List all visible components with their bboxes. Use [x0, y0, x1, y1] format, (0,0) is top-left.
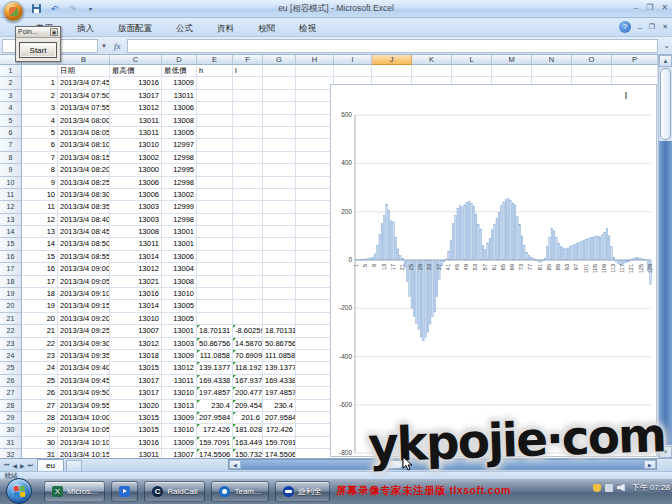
cell-F18[interactable] — [233, 276, 263, 288]
cell-F21[interactable] — [233, 313, 263, 325]
cell-B12[interactable]: 2013/3/4 08:35 — [58, 201, 110, 213]
cell-H1[interactable] — [296, 65, 334, 77]
row-header-4[interactable]: 4 — [0, 102, 22, 114]
row-header-25[interactable]: 25 — [0, 362, 22, 374]
cell-G11[interactable] — [263, 189, 296, 201]
cell-B2[interactable]: 2013/3/4 07:45 — [58, 77, 110, 89]
cell-E16[interactable] — [197, 251, 233, 263]
cell-D19[interactable]: 13010 — [162, 288, 197, 300]
row-header-30[interactable]: 30 — [0, 424, 22, 436]
cell-F10[interactable] — [233, 177, 263, 189]
cell-G14[interactable] — [263, 226, 296, 238]
cell-E17[interactable] — [197, 263, 233, 275]
cell-C21[interactable]: 13010 — [110, 313, 162, 325]
cell-B23[interactable]: 2013/3/4 09:30 — [58, 338, 110, 350]
cell-G9[interactable] — [263, 164, 296, 176]
row-header-24[interactable]: 24 — [0, 350, 22, 362]
vertical-scrollbar-thumb[interactable] — [660, 68, 671, 140]
cell-H19[interactable] — [296, 288, 334, 300]
cell-B30[interactable]: 2013/3/4 10:05 — [58, 424, 110, 436]
cell-A30[interactable]: 29 — [22, 424, 58, 436]
cell-C22[interactable]: 13007 — [110, 325, 162, 337]
cell-A10[interactable]: 9 — [22, 177, 58, 189]
formula-input[interactable] — [127, 39, 659, 53]
cell-D20[interactable]: 13005 — [162, 300, 197, 312]
cell-A6[interactable]: 5 — [22, 127, 58, 139]
cell-H9[interactable] — [296, 164, 334, 176]
cell-E9[interactable] — [197, 164, 233, 176]
cell-D29[interactable]: 13009 — [162, 412, 197, 424]
cell-E1[interactable]: h — [197, 65, 233, 77]
next-sheet-icon[interactable]: ▶ — [20, 462, 25, 469]
column-header-N[interactable]: N — [532, 55, 572, 65]
cell-H24[interactable] — [296, 350, 334, 362]
cell-F25[interactable]: 118.1923 — [233, 362, 263, 374]
cell-C24[interactable]: 13018 — [110, 350, 162, 362]
cell-E26[interactable]: 169.4338 — [197, 375, 233, 387]
cell-B27[interactable]: 2013/3/4 09:50 — [58, 387, 110, 399]
column-header-E[interactable]: E — [197, 55, 233, 65]
restore-button[interactable]: ❐ — [646, 3, 653, 12]
cell-D10[interactable]: 12998 — [162, 177, 197, 189]
cell-A29[interactable]: 28 — [22, 412, 58, 424]
cell-G13[interactable] — [263, 214, 296, 226]
cell-B28[interactable]: 2013/3/4 09:55 — [58, 400, 110, 412]
row-header-16[interactable]: 16 — [0, 251, 22, 263]
cell-A7[interactable]: 6 — [22, 139, 58, 151]
cell-A31[interactable]: 30 — [22, 437, 58, 449]
cell-B5[interactable]: 2013/3/4 08:00 — [58, 115, 110, 127]
cell-B20[interactable]: 2013/3/4 09:15 — [58, 300, 110, 312]
cell-C4[interactable]: 13012 — [110, 102, 162, 114]
cell-E14[interactable] — [197, 226, 233, 238]
cell-H5[interactable] — [296, 115, 334, 127]
cell-H26[interactable] — [296, 375, 334, 387]
cell-E25[interactable]: 139.1377 — [197, 362, 233, 374]
workbook-close-button[interactable]: ✕ — [662, 23, 668, 31]
cell-A11[interactable]: 10 — [22, 189, 58, 201]
cell-C29[interactable]: 13015 — [110, 412, 162, 424]
cell-H17[interactable] — [296, 263, 334, 275]
cell-F23[interactable]: 14.58703 — [233, 338, 263, 350]
cell-C20[interactable]: 13014 — [110, 300, 162, 312]
insert-worksheet-icon[interactable] — [66, 460, 82, 471]
expand-formula-bar-icon[interactable]: ⌄ — [663, 41, 670, 50]
cell-D27[interactable]: 13010 — [162, 387, 197, 399]
cell-E3[interactable] — [197, 90, 233, 102]
cell-D30[interactable]: 13010 — [162, 424, 197, 436]
cell-C27[interactable]: 13017 — [110, 387, 162, 399]
cell-D5[interactable]: 13008 — [162, 115, 197, 127]
cell-A8[interactable]: 7 — [22, 152, 58, 164]
cell-D3[interactable]: 13011 — [162, 90, 197, 102]
cell-A20[interactable]: 19 — [22, 300, 58, 312]
cell-C23[interactable]: 13012 — [110, 338, 162, 350]
cell-H8[interactable] — [296, 152, 334, 164]
cell-D17[interactable]: 13004 — [162, 263, 197, 275]
row-header-12[interactable]: 12 — [0, 201, 22, 213]
cell-E2[interactable] — [197, 77, 233, 89]
cell-A28[interactable]: 27 — [22, 400, 58, 412]
cell-A23[interactable]: 22 — [22, 338, 58, 350]
cell-G28[interactable]: 230.4 — [263, 400, 296, 412]
workbook-restore-button[interactable]: ❐ — [649, 23, 655, 31]
cell-E22[interactable]: 18.70131 — [197, 325, 233, 337]
cell-F22[interactable]: -8.60259 — [233, 325, 263, 337]
cell-H2[interactable] — [296, 77, 334, 89]
cell-F14[interactable] — [233, 226, 263, 238]
row-header-8[interactable]: 8 — [0, 152, 22, 164]
cell-G18[interactable] — [263, 276, 296, 288]
cell-F15[interactable] — [233, 238, 263, 250]
cell-C31[interactable]: 13016 — [110, 437, 162, 449]
column-header-C[interactable]: C — [110, 55, 162, 65]
cell-D8[interactable]: 12998 — [162, 152, 197, 164]
column-header-I[interactable]: I — [334, 55, 372, 65]
row-header-31[interactable]: 31 — [0, 437, 22, 449]
row-header-7[interactable]: 7 — [0, 139, 22, 151]
cell-H10[interactable] — [296, 177, 334, 189]
cell-E31[interactable]: 159.7091 — [197, 437, 233, 449]
cell-C2[interactable]: 13016 — [110, 77, 162, 89]
help-icon[interactable]: ? — [619, 21, 631, 33]
row-header-5[interactable]: 5 — [0, 115, 22, 127]
cell-D12[interactable]: 12999 — [162, 201, 197, 213]
cell-A12[interactable]: 11 — [22, 201, 58, 213]
security-shield-icon[interactable] — [593, 484, 601, 492]
